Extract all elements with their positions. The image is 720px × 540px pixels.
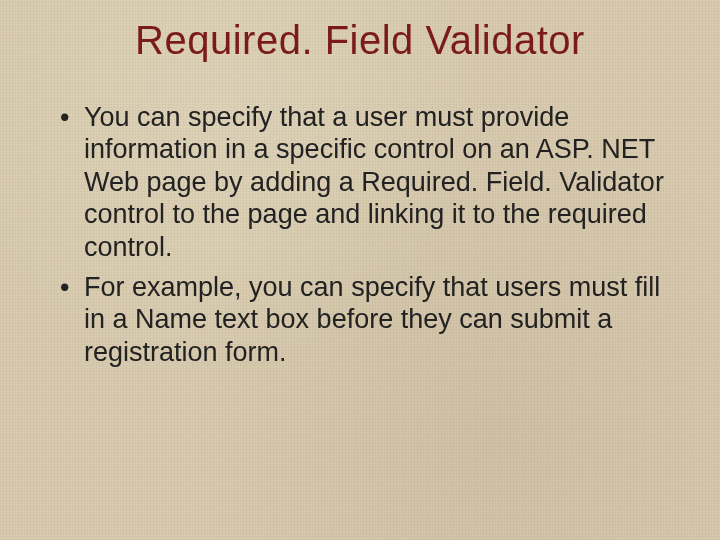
- slide-body: You can specify that a user must provide…: [0, 63, 720, 368]
- slide: Required. Field Validator You can specif…: [0, 0, 720, 540]
- bullet-list: You can specify that a user must provide…: [60, 101, 680, 368]
- list-item: For example, you can specify that users …: [60, 271, 680, 368]
- slide-title: Required. Field Validator: [0, 0, 720, 63]
- list-item: You can specify that a user must provide…: [60, 101, 680, 263]
